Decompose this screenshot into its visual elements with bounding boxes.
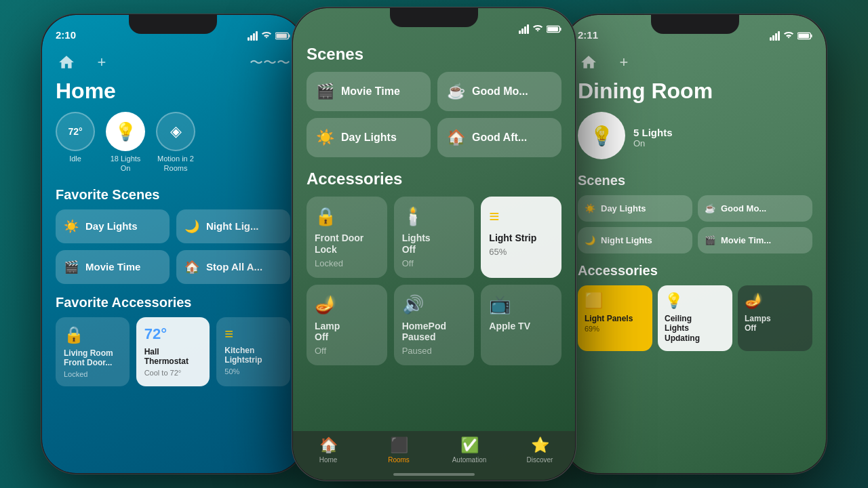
wifi-icon-3 — [783, 32, 794, 40]
tab-rooms-icon: ⬛ — [390, 436, 408, 454]
ceiling-name: CeilingLightsUpdating — [665, 314, 726, 343]
tab-discover[interactable]: ⭐ Discover — [505, 436, 575, 464]
day-lights-btn-3[interactable]: ☀️ Day Lights — [578, 195, 692, 222]
lights-status-2: Off — [402, 258, 467, 268]
wifi-icon-2 — [532, 25, 543, 33]
front-door-name-2: Front DoorLock — [315, 232, 379, 256]
appletv-icon: 📺 — [489, 294, 553, 315]
panels-status: 69% — [585, 325, 646, 333]
thermostat-name: HallThermostat — [144, 347, 202, 367]
dining-light-status: 💡 5 Lights On — [578, 112, 812, 163]
motion-status: ◈ Motion in 2Rooms — [156, 112, 195, 174]
tab-home-icon: 🏠 — [319, 436, 338, 454]
ceiling-icon: 💡 — [665, 292, 726, 310]
home-nav-icon-3[interactable] — [578, 52, 599, 73]
lamps-tile[interactable]: 🪔 LampsOff — [738, 285, 812, 351]
tab-auto-label: Automation — [452, 456, 487, 464]
temp-badge: 72° — [144, 325, 167, 342]
homepod-tile[interactable]: 🔊 HomePodPaused Paused — [394, 285, 475, 366]
nav-header-1: + 〜〜〜 — [56, 52, 290, 73]
time-1: 2:10 — [56, 29, 76, 41]
apple-tv-tile[interactable]: 📺 Apple TV — [481, 285, 561, 366]
stop-all-label: Stop All A... — [206, 261, 262, 272]
movie-time-btn[interactable]: 🎬 Movie Time — [56, 250, 170, 284]
home-indicator-2 — [393, 473, 475, 476]
dining-light-state: On — [633, 138, 673, 148]
light-panels-tile[interactable]: 🟨 Light Panels 69% — [578, 285, 652, 351]
temp-value: 72° — [68, 126, 82, 137]
day-lights-btn-2[interactable]: ☀️ Day Lights — [307, 118, 431, 157]
phone-1: 2:10 — [41, 14, 305, 474]
movie-icon-3: 🎬 — [705, 235, 715, 245]
ceiling-lights-tile[interactable]: 💡 CeilingLightsUpdating — [658, 285, 732, 351]
homepod-name: HomePodPaused — [402, 321, 467, 344]
lamp-tile[interactable]: 🪔 LampOff Off — [307, 285, 387, 366]
front-door-tile-2[interactable]: 🔒 Front DoorLock Locked — [307, 197, 387, 278]
lock-icon-2: 🔒 — [315, 206, 379, 227]
favorite-scenes-title: Favorite Scenes — [56, 187, 290, 203]
movie-time-label: Movie Time — [85, 261, 140, 272]
fav-accessories-title: Favorite Accessories — [56, 295, 290, 310]
tab-rooms[interactable]: ⬛ Rooms — [363, 436, 434, 464]
waveform-icon-1[interactable]: 〜〜〜 — [250, 54, 290, 72]
movie-icon-2: 🎬 — [316, 83, 334, 100]
tab-automation[interactable]: ✅ Automation — [434, 436, 505, 464]
tab-home[interactable]: 🏠 Home — [293, 436, 363, 464]
motion-icon: ◈ — [170, 123, 182, 140]
svg-rect-4 — [560, 28, 561, 31]
svg-rect-7 — [811, 35, 812, 38]
home-nav-icon-1[interactable] — [56, 52, 77, 73]
night-lights-label-3: Night Lights — [601, 235, 652, 245]
homepod-icon: 🔊 — [402, 294, 467, 315]
svg-rect-1 — [289, 35, 290, 38]
good-morning-btn-3[interactable]: ☕ Good Mo... — [698, 195, 812, 222]
content-2: Scenes 🎬 Movie Time ☕ Good Mo... ☀️ Day … — [293, 38, 575, 480]
lightstrip-tile[interactable]: ≡ KitchenLightstrip 50% — [216, 317, 290, 387]
good-morning-btn[interactable]: ☕ Good Mo... — [437, 72, 561, 111]
dining-light-circle[interactable]: 💡 — [578, 112, 625, 159]
lights-name-2: LightsOff — [402, 232, 467, 256]
lock-icon: 🔒 — [64, 325, 121, 344]
light-strip-tile[interactable]: ≡ Light Strip 65% — [481, 197, 561, 278]
good-morning-label: Good Mo... — [472, 85, 528, 98]
thermostat-status: Cool to 72° — [144, 369, 202, 377]
day-lights-btn[interactable]: ☀️ Day Lights — [56, 209, 170, 243]
movie-time-btn-2[interactable]: 🎬 Movie Time — [307, 72, 431, 111]
lights-off-tile[interactable]: 🕯️ LightsOff Off — [394, 197, 475, 278]
lamp-icon: 🪔 — [315, 294, 379, 315]
phone-3: 2:11 — [563, 14, 827, 474]
stop-all-btn[interactable]: 🏠 Stop All A... — [176, 250, 290, 284]
day-lights-label-2: Day Lights — [341, 131, 397, 144]
lights-circle[interactable]: 💡 — [106, 112, 145, 151]
accessories-title-3: Accessories — [578, 263, 812, 279]
movie-label-2: Movie Time — [341, 85, 400, 98]
notch-1 — [129, 15, 217, 34]
svg-rect-2 — [276, 34, 287, 38]
add-button-3[interactable]: + — [613, 52, 635, 73]
notch-3 — [651, 15, 739, 34]
status-icons-3 — [770, 31, 812, 41]
night-lights-btn[interactable]: 🌙 Night Lig... — [176, 209, 290, 243]
scenes-grid-1: ☀️ Day Lights 🌙 Night Lig... 🎬 Movie Tim… — [56, 209, 290, 284]
svg-rect-5 — [547, 27, 558, 31]
front-door-tile[interactable]: 🔒 Living RoomFront Door... Locked — [56, 317, 130, 387]
good-afternoon-btn[interactable]: 🏠 Good Aft... — [437, 118, 561, 157]
lightstrip-status: 50% — [224, 367, 282, 375]
scenes-grid-2: 🎬 Movie Time ☕ Good Mo... ☀️ Day Lights … — [307, 72, 561, 157]
night-lights-btn-3[interactable]: 🌙 Night Lights — [578, 227, 692, 253]
lights-label: 18 LightsOn — [111, 154, 141, 174]
accessories-title-2: Accessories — [307, 169, 561, 188]
coffee-icon-3: ☕ — [705, 203, 715, 214]
scenes-title-3: Scenes — [578, 173, 812, 188]
dining-room-title: Dining Room — [578, 79, 812, 104]
home-title: Home — [56, 79, 290, 104]
good-afternoon-label: Good Aft... — [472, 131, 527, 144]
thermostat-tile[interactable]: 72° HallThermostat Cool to 72° — [136, 317, 210, 387]
movie-time-btn-3[interactable]: 🎬 Movie Tim... — [698, 227, 812, 253]
panels-icon: 🟨 — [585, 292, 646, 310]
scenes-title-2: Scenes — [307, 45, 561, 64]
motion-circle[interactable]: ◈ — [156, 112, 195, 151]
coffee-icon: ☕ — [447, 83, 465, 100]
add-button-1[interactable]: + — [91, 52, 113, 73]
apple-tv-name: Apple TV — [489, 321, 553, 332]
